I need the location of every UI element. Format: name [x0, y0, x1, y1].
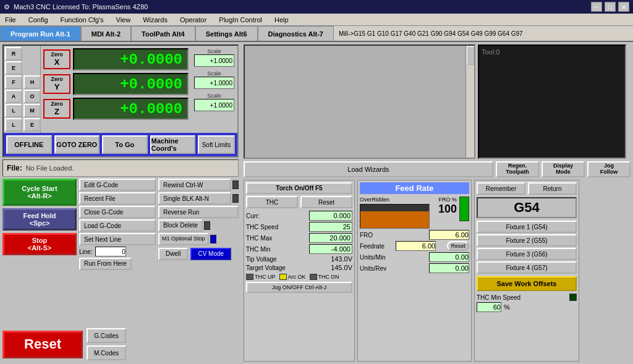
menu-plugincontrol[interactable]: PlugIn Control [216, 16, 265, 23]
zero-x-button[interactable]: Zero X [43, 49, 70, 69]
ref-btn-r[interactable]: R [5, 47, 22, 61]
return-button[interactable]: Return [528, 182, 577, 195]
scrollbar-thumb[interactable] [467, 46, 474, 65]
thc-curr-value[interactable] [309, 211, 352, 221]
tab-diagnostics[interactable]: Diagnostics Alt-7 [258, 26, 334, 41]
stop-button[interactable]: Stop <Alt-S> [2, 233, 77, 255]
offline-button[interactable]: OFFLINE [6, 135, 52, 154]
load-wizards-button[interactable]: Load Wizards [244, 161, 493, 177]
mcodes-button[interactable]: M.Codes [87, 345, 126, 360]
ref-btn-e2[interactable]: E [23, 118, 41, 132]
ref-btn-o[interactable]: O [23, 90, 41, 103]
fixture-2-button[interactable]: Fixture 2 (G55) [477, 234, 577, 247]
minimize-button[interactable]: ─ [591, 2, 602, 12]
dwell-button[interactable]: Dwell [158, 248, 188, 260]
ref-btn-a[interactable]: A [5, 90, 22, 103]
zero-y-button[interactable]: Zero Y [43, 74, 70, 94]
ref-btn-h[interactable]: H [23, 75, 41, 89]
thc-min-percent: % [504, 303, 510, 311]
ref-btn-e[interactable]: E [5, 61, 22, 75]
jog-follow-button[interactable]: Jog Follow [587, 161, 631, 177]
thc-min-speed-row: THC Min Speed [477, 294, 577, 301]
ref-btn-l2[interactable]: L [5, 118, 22, 132]
g54-display: G54 [477, 197, 577, 218]
recent-file-button[interactable]: Recent File [79, 192, 156, 205]
rewind-button[interactable]: Rewind Ctrl-W [158, 179, 231, 191]
reverse-run-button[interactable]: Reverse Run [158, 206, 239, 218]
thc-min-value[interactable] [309, 244, 352, 254]
toolpath-display: Tool:0 [478, 44, 626, 159]
maximize-button[interactable]: □ [605, 2, 616, 12]
thc-up-indicator: THC UP [246, 274, 276, 280]
scale-x-input[interactable] [194, 54, 234, 67]
main-area: R E F A L L H O M E [0, 42, 633, 364]
tab-mdi[interactable]: MDI Alt-2 [81, 26, 131, 41]
fixture-3-button[interactable]: Fixture 3 (G56) [477, 248, 577, 260]
remember-button[interactable]: Remember [477, 182, 525, 195]
goto-zero-button[interactable]: GOTO ZERO [54, 135, 100, 154]
feedrate-input[interactable] [396, 241, 436, 251]
scale-y-group: Scale [192, 70, 236, 89]
gcodes-button[interactable]: G.Codes [87, 328, 126, 343]
thc-curr-row: Curr: [246, 211, 352, 221]
save-work-offsets-button[interactable]: Save Work Offsets [477, 276, 577, 291]
units-rev-input[interactable] [429, 263, 469, 273]
single-blk-button[interactable]: Single BLK Alt-N [158, 192, 231, 205]
dwell-cv-row: Dwell CV Mode [158, 248, 239, 260]
scale-y-input[interactable] [194, 77, 234, 89]
soft-limits-button[interactable]: Soft Limits [198, 135, 235, 154]
cv-mode-button[interactable]: CV Mode [190, 248, 231, 260]
ref-btn-m[interactable]: M [23, 104, 41, 117]
feedrate-row: Feedrate Reset [360, 241, 469, 251]
run-from-here-button[interactable]: Run From Here [79, 258, 132, 270]
tab-settings[interactable]: Settings Alt6 [195, 26, 258, 41]
to-go-button[interactable]: To Go [102, 135, 148, 154]
line-input[interactable] [95, 247, 126, 256]
menu-file[interactable]: File [2, 16, 19, 23]
close-gcode-button[interactable]: Close G-Code [79, 206, 156, 218]
ref-btn-l1[interactable]: L [5, 104, 22, 117]
thc-min-speed-input[interactable] [477, 302, 501, 312]
dro-row-y: Zero Y +0.0000 [43, 73, 189, 95]
close-button[interactable]: ✕ [618, 2, 629, 12]
cycle-start-button[interactable]: Cycle Start <Alt-R> [2, 179, 77, 206]
fixture-4-button[interactable]: Fixture 4 (G57) [477, 261, 577, 274]
units-min-input[interactable] [429, 252, 469, 262]
thc-dn-label: THC DN [318, 274, 339, 280]
display-mode-button[interactable]: Display Mode [542, 161, 585, 177]
menu-view[interactable]: View [114, 16, 134, 23]
torch-onoff-button[interactable]: Torch On/Off F5 [246, 182, 352, 194]
feedrate-reset-button[interactable]: Reset [447, 241, 469, 251]
target-voltage-row: Target Voltage 145.0V [246, 264, 352, 271]
feed-hold-button[interactable]: Feed Hold <Spc> [2, 208, 77, 231]
thc-button[interactable]: THC [246, 196, 298, 208]
fixture-1-button[interactable]: Fixture 1 (G54) [477, 221, 577, 233]
thc-speed-row: THC Speed [246, 222, 352, 232]
regen-toolpath-button[interactable]: Regen. Toolpath [496, 161, 539, 177]
zero-z-button[interactable]: Zero Z [43, 99, 70, 119]
wizard-toolbar-row: Load Wizards Regen. Toolpath Display Mod… [244, 161, 631, 178]
menu-functioncfgs[interactable]: Function Cfg's [58, 16, 106, 23]
jog-toggle-button[interactable]: Jog ON/OFF Ctrl-Alt-J [246, 282, 352, 293]
tab-program-run[interactable]: Program Run Alt-1 [0, 26, 81, 41]
edit-gcode-button[interactable]: Edit G-Code [79, 179, 156, 191]
menu-operator[interactable]: Operator [177, 16, 209, 23]
machine-coords-button[interactable]: Machine Coord's [150, 135, 196, 154]
m1-optional-button[interactable]: M1 Optional Stop [158, 233, 209, 245]
thc-max-value[interactable] [309, 233, 352, 243]
menu-config[interactable]: Config [26, 16, 51, 23]
block-delete-button[interactable]: Block Delete [158, 219, 203, 232]
thc-reset-button[interactable]: Reset [300, 196, 352, 208]
ref-btn-f[interactable]: F [5, 75, 22, 89]
reset-big-button[interactable]: Reset [2, 331, 83, 358]
load-gcode-button[interactable]: Load G-Code [79, 219, 156, 232]
thc-speed-value[interactable] [309, 222, 352, 232]
canvas-scrollbar[interactable] [465, 46, 474, 158]
set-next-line-button[interactable]: Set Next Line [79, 233, 156, 245]
scale-z-input[interactable] [194, 99, 234, 111]
fro-input[interactable] [429, 230, 469, 240]
line-label: Line: [79, 248, 93, 255]
tab-toolpath[interactable]: ToolPath Alt4 [131, 26, 195, 41]
menu-help[interactable]: Help [272, 16, 291, 23]
menu-wizards[interactable]: Wizards [140, 16, 170, 23]
